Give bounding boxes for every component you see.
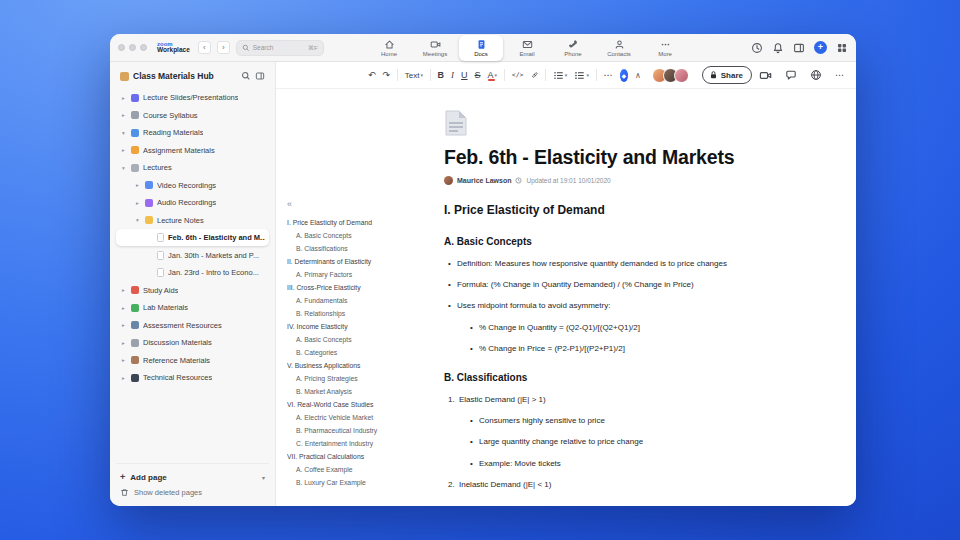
chevron-icon[interactable]: ▸ (120, 305, 127, 311)
new-button[interactable]: + (814, 41, 827, 54)
panel-icon[interactable] (793, 42, 805, 54)
chevron-icon[interactable]: ▸ (120, 340, 127, 346)
doc-block[interactable]: • Example: Movie tickets (444, 459, 818, 469)
add-page-chevron-icon[interactable]: ▾ (262, 474, 265, 481)
outline-item[interactable]: III. Cross-Price Elasticity (287, 281, 442, 294)
redo-button[interactable]: ↷ (383, 70, 391, 80)
sidebar-item[interactable]: ▸ Lecture Slides/Presentations (116, 89, 269, 106)
text-style-dropdown[interactable]: Text▾ (405, 71, 423, 80)
chevron-icon[interactable]: ▸ (120, 287, 127, 293)
outline-item[interactable]: B. Luxury Car Example (287, 476, 442, 489)
chevron-icon[interactable]: ▸ (120, 95, 127, 101)
tab-contacts[interactable]: Contacts (597, 35, 641, 61)
outline-item[interactable]: I. Price Elasticity of Demand (287, 216, 442, 229)
outline-item[interactable]: A. Fundamentals (287, 294, 442, 307)
strikethrough-button[interactable]: S (475, 70, 481, 80)
share-button[interactable]: Share (702, 66, 752, 84)
tab-home[interactable]: Home (367, 35, 411, 61)
chevron-icon[interactable]: ▸ (120, 375, 127, 381)
outline-item[interactable]: B. Relationships (287, 307, 442, 320)
doc-block[interactable]: • Large quantity change relative to pric… (444, 437, 818, 447)
clock-icon[interactable] (751, 42, 763, 54)
sidebar-item[interactable]: ▾ Lectures (116, 159, 269, 176)
chevron-icon[interactable]: ▸ (120, 112, 127, 118)
more-formatting-button[interactable]: ⋯ (604, 70, 613, 80)
tab-meetings[interactable]: Meetings (413, 35, 457, 61)
minimize-button[interactable] (129, 44, 136, 51)
outline-item[interactable]: A. Basic Concepts (287, 333, 442, 346)
sidebar-item[interactable]: Jan. 30th - Markets and P... (116, 247, 269, 264)
chevron-icon[interactable]: ▸ (120, 357, 127, 363)
doc-block[interactable]: • % Change in Quantity = (Q2-Q1)/[(Q2+Q1… (444, 323, 818, 333)
document-content[interactable]: Feb. 6th - Elasticity and Markets Mauric… (444, 109, 818, 491)
video-icon[interactable] (759, 69, 772, 82)
sidebar-item[interactable]: ▸ Audio Recordings (116, 194, 269, 211)
outline-item[interactable]: B. Categories (287, 346, 442, 359)
sidebar-item[interactable]: ▸ Course Syllabus (116, 107, 269, 124)
outline-item[interactable]: A. Coffee Example (287, 463, 442, 476)
outline-item[interactable]: B. Classifications (287, 242, 442, 255)
sidebar-item[interactable]: ▾ Lecture Notes (116, 212, 269, 229)
chevron-icon[interactable]: ▸ (120, 147, 127, 153)
ai-companion-button[interactable]: ◆ (620, 69, 628, 82)
doc-block[interactable]: 1. Elastic Demand (|E| > 1) (444, 395, 818, 405)
outline-item[interactable]: C. Entertainment Industry (287, 437, 442, 450)
sidebar-item[interactable]: ▸ Reference Materials (116, 352, 269, 369)
apps-grid-icon[interactable] (836, 42, 848, 54)
more-options-button[interactable]: ⋯ (835, 70, 844, 80)
doc-block[interactable]: I. Price Elasticity of Demand (444, 203, 818, 219)
outline-item[interactable]: V. Business Applications (287, 359, 442, 372)
sidebar-item[interactable]: ▸ Study Aids (116, 282, 269, 299)
outline-item[interactable]: A. Primary Factors (287, 268, 442, 281)
doc-block[interactable]: • Formula: (% Change in Quantity Demande… (444, 280, 818, 290)
code-button[interactable]: </> (512, 71, 524, 79)
globe-icon[interactable] (810, 69, 822, 81)
close-button[interactable] (118, 44, 125, 51)
nav-forward-button[interactable]: › (217, 41, 230, 54)
outline-item[interactable]: A. Basic Concepts (287, 229, 442, 242)
doc-block[interactable]: • Uses midpoint formula to avoid asymmet… (444, 301, 818, 311)
bullet-list-dropdown[interactable]: ▾ (553, 70, 568, 81)
comment-icon[interactable] (785, 69, 797, 81)
outline-item[interactable]: IV. Income Elasticity (287, 320, 442, 333)
text-color-button[interactable]: A▾ (488, 70, 498, 80)
outline-item[interactable]: VII. Practical Calculations (287, 450, 442, 463)
sidebar-search-icon[interactable] (241, 71, 251, 81)
underline-button[interactable]: U (461, 70, 468, 80)
chevron-icon[interactable]: ▸ (134, 200, 141, 206)
outline-item[interactable]: II. Determinants of Elasticity (287, 255, 442, 268)
sidebar-item[interactable]: ▸ Lab Materials (116, 299, 269, 316)
outline-collapse-button[interactable]: « (287, 199, 442, 209)
outline-item[interactable]: VI. Real-World Case Studies (287, 398, 442, 411)
tab-more[interactable]: More (643, 35, 687, 61)
collapse-toolbar-button[interactable]: ∧ (635, 71, 641, 80)
sidebar-item[interactable]: ▸ Assessment Resources (116, 317, 269, 334)
doc-block[interactable]: B. Classifications (444, 371, 818, 384)
tab-phone[interactable]: Phone (551, 35, 595, 61)
sidebar-item[interactable]: Feb. 6th - Elasticity and M... (116, 229, 269, 246)
sidebar-item[interactable]: Jan. 23rd - Intro to Econo... (116, 264, 269, 281)
sidebar-item[interactable]: ▸ Video Recordings (116, 177, 269, 194)
search-input[interactable]: Search ⌘F (236, 40, 324, 56)
bell-icon[interactable] (772, 42, 784, 54)
doc-title[interactable]: Feb. 6th - Elasticity and Markets (444, 146, 818, 169)
add-page-button[interactable]: + Add page ▾ (116, 469, 269, 485)
tab-docs[interactable]: Docs (459, 35, 503, 61)
chevron-icon[interactable]: ▸ (134, 182, 141, 188)
undo-button[interactable]: ↶ (368, 70, 376, 80)
sidebar-item[interactable]: ▸ Discussion Materials (116, 334, 269, 351)
link-icon[interactable] (531, 69, 539, 81)
nav-back-button[interactable]: ‹ (198, 41, 211, 54)
outline-item[interactable]: A. Electric Vehicle Market (287, 411, 442, 424)
numbered-list-dropdown[interactable]: ▾ (574, 70, 589, 81)
outline-item[interactable]: B. Market Analysis (287, 385, 442, 398)
doc-block[interactable]: 2. Inelastic Demand (|E| < 1) (444, 480, 818, 490)
chevron-icon[interactable]: ▾ (120, 130, 127, 136)
doc-block[interactable]: • Consumers highly sensitive to price (444, 416, 818, 426)
bold-button[interactable]: B (438, 70, 445, 80)
doc-block[interactable]: A. Basic Concepts (444, 235, 818, 248)
chevron-icon[interactable]: ▾ (134, 217, 141, 223)
italic-button[interactable]: I (451, 70, 454, 80)
sidebar-collapse-icon[interactable] (255, 71, 265, 81)
chevron-icon[interactable]: ▾ (120, 165, 127, 171)
